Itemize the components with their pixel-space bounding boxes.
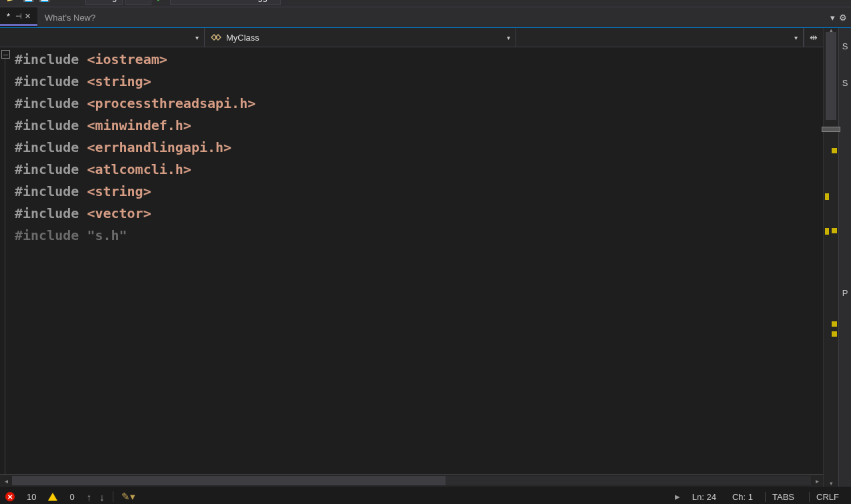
- pin-tab-icon[interactable]: ⊣: [15, 12, 22, 21]
- indent-mode[interactable]: TABS: [765, 492, 801, 502]
- column-indicator[interactable]: Ch: 1: [728, 492, 757, 502]
- open-file-icon[interactable]: 📂: [5, 0, 19, 3]
- divider: [113, 491, 113, 502]
- vertical-scroll-thumb[interactable]: [826, 32, 836, 120]
- main-toolbar: 📂 💾 💾 › ‹ Debug x64 ▶ Local Windows Debu…: [0, 0, 851, 7]
- next-issue-icon[interactable]: ↓: [99, 491, 105, 503]
- code-cleanup-icon[interactable]: ✎▾: [121, 491, 135, 503]
- side-tab-2[interactable]: S: [842, 78, 848, 88]
- prev-issue-icon[interactable]: ↑: [87, 491, 92, 503]
- chevron-down-icon: ▾: [195, 34, 199, 41]
- change-marker: [832, 228, 837, 233]
- warning-icon[interactable]: [48, 493, 57, 501]
- scroll-right-icon[interactable]: ▸: [811, 477, 823, 485]
- side-panel-tabs: S S P: [838, 28, 851, 487]
- play-icon[interactable]: ▶: [154, 0, 167, 3]
- code-content[interactable]: #include <iostream> #include <string> #i…: [12, 47, 255, 474]
- scroll-thumb[interactable]: [12, 476, 446, 485]
- change-marker: [832, 321, 837, 327]
- whats-new-tab[interactable]: What's New?: [38, 7, 103, 27]
- active-tab-label: *: [7, 11, 10, 21]
- scope-dropdown[interactable]: ▾: [0, 28, 205, 47]
- inactive-tab-label: What's New?: [45, 13, 95, 23]
- vertical-scrollbar[interactable]: ▴ ▾: [823, 28, 838, 487]
- line-ending-mode[interactable]: CRLF: [809, 492, 846, 502]
- member-dropdown[interactable]: ▾: [516, 28, 804, 47]
- scroll-down-icon[interactable]: ▾: [824, 480, 838, 487]
- document-tab-bar: * ⊣ ✕ What's New? ▾ ⚙: [0, 7, 851, 28]
- caret-popup-icon[interactable]: ▸: [675, 491, 680, 503]
- active-files-dropdown-icon[interactable]: ▾: [830, 13, 835, 23]
- error-count[interactable]: 10: [23, 492, 40, 502]
- scroll-track[interactable]: [12, 476, 811, 485]
- nav-forward-icon[interactable]: ‹: [69, 0, 83, 3]
- status-bar: ✕ 10 0 ↑ ↓ ✎▾ ▸ Ln: 24 Ch: 1 TABS CRLF: [0, 487, 851, 504]
- outlining-margin[interactable]: [0, 47, 12, 474]
- code-editor[interactable]: #include <iostream> #include <string> #i…: [0, 47, 823, 474]
- tab-settings-gear-icon[interactable]: ⚙: [839, 13, 847, 23]
- collapse-region-icon[interactable]: [1, 50, 10, 59]
- change-marker: [832, 331, 837, 337]
- debugger-dropdown[interactable]: Local Windows Debugger: [170, 0, 281, 5]
- code-navigation-bar: ▾ MyClass ▾ ▾ ⇹: [0, 28, 823, 47]
- horizontal-scrollbar[interactable]: ◂ ▸: [0, 474, 823, 487]
- configuration-dropdown[interactable]: Debug: [85, 0, 123, 5]
- side-tab-3[interactable]: P: [842, 288, 848, 298]
- change-marker: [825, 228, 829, 235]
- save-icon[interactable]: 💾: [21, 0, 35, 3]
- active-document-tab[interactable]: * ⊣ ✕: [0, 7, 38, 27]
- nav-back-icon[interactable]: ›: [53, 0, 67, 3]
- save-all-icon[interactable]: 💾: [37, 0, 51, 3]
- class-dropdown[interactable]: MyClass ▾: [205, 28, 516, 47]
- outline-guide: [5, 59, 5, 474]
- close-tab-icon[interactable]: ✕: [25, 12, 31, 21]
- caret-position-indicator: [822, 127, 840, 132]
- warning-count[interactable]: 0: [65, 492, 78, 502]
- chevron-down-icon: ▾: [507, 34, 510, 41]
- error-icon[interactable]: ✕: [5, 492, 15, 501]
- chevron-down-icon: ▾: [794, 34, 798, 41]
- side-tab-1[interactable]: S: [842, 41, 848, 51]
- class-dropdown-label: MyClass: [226, 33, 259, 43]
- change-marker: [825, 193, 829, 200]
- platform-dropdown[interactable]: x64: [125, 0, 151, 5]
- line-indicator[interactable]: Ln: 24: [688, 492, 720, 502]
- change-marker: [832, 148, 837, 153]
- class-icon: [210, 32, 222, 43]
- split-editor-icon[interactable]: ⇹: [804, 28, 823, 47]
- scroll-left-icon[interactable]: ◂: [0, 477, 12, 485]
